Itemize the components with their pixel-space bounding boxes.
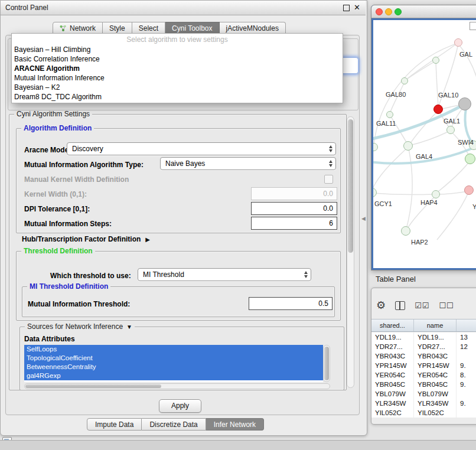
network-node[interactable] [464,185,474,195]
collapse-open-icon[interactable]: ▼ [126,324,132,330]
splitter-collapse-arrow[interactable]: ◀ [361,216,366,221]
table-cell: YBR043C [371,351,414,361]
combo-arrows-icon [304,271,308,278]
zoom-button[interactable] [395,8,402,15]
network-tab-icon [60,25,67,32]
network-node-label: GAL80 [386,91,406,98]
network-node[interactable] [446,126,455,134]
data-attribute-item[interactable]: TopologicalCoefficient [24,354,323,363]
mi-threshold-label: Mutual Information Threshold: [28,300,130,308]
table-row[interactable]: YIL052CYIL052C [371,408,476,418]
gear-icon[interactable]: ⚙ [376,300,386,311]
network-window-titlebar[interactable] [371,5,476,18]
attributes-hscrollbar-thumb[interactable] [25,384,161,388]
group-title: Threshold Definition [21,247,95,255]
column-header-shared-name[interactable]: shared... [371,319,414,331]
attributes-vscrollbar[interactable] [323,345,330,382]
column-header-extra[interactable] [457,319,476,331]
mi-steps-input[interactable]: 6 [251,217,337,230]
network-node[interactable] [432,57,439,64]
aracne-mode-select[interactable]: Discovery [67,142,336,155]
table-row[interactable]: YDL19...YDL19...13 [371,332,476,342]
table-cell: 13 [457,332,476,342]
manual-kernel-checkbox[interactable] [324,175,333,184]
network-node[interactable] [401,226,410,236]
table-cell: 12 [457,342,476,351]
network-node[interactable] [454,38,462,47]
column-header-name[interactable]: name [414,319,457,331]
mi-threshold-input[interactable]: 0.5 [249,297,332,310]
kernel-width-input[interactable]: 0.0 [251,187,337,200]
close-icon[interactable]: ✕ [354,3,360,12]
select-all-checkboxes-icon[interactable]: ☑☑ [415,302,429,309]
network-node[interactable] [386,111,393,118]
dpi-tolerance-input[interactable]: 0.0 [251,202,337,215]
bottom-tabs: Impute Data Discretize Data Infer Networ… [87,418,264,431]
apply-button[interactable]: Apply [159,399,201,413]
network-node-label: GAL10 [438,92,458,99]
algorithm-option[interactable]: Dream8 DC_TDC Algorithm [12,92,343,102]
table-row[interactable]: YER054CYER054C8. [371,370,476,380]
table-row[interactable]: YBR043CYBR043C [371,351,476,361]
table-row[interactable]: YBR045CYBR045C9. [371,380,476,389]
kernel-width-label: Kernel Width (0,1): [24,190,87,198]
settings-scrollbar[interactable] [347,116,354,388]
table-panel-title: Table Panel [376,275,416,283]
algorithm-option[interactable]: Basic Correlation Inference [12,54,343,64]
data-attribute-item[interactable]: BetweennessCentrality [24,363,323,371]
algorithm-option[interactable]: ARACNE Algorithm [12,64,343,73]
table-cell: YDL19... [414,332,457,342]
table-body: YDL19...YDL19...13YDR27...YDR27...12YBR0… [371,332,476,418]
table-cell: YDL19... [371,332,414,342]
table-row[interactable]: YPR145WYPR145W9. [371,361,476,370]
network-node[interactable] [432,190,440,198]
network-canvas[interactable]: GALGAL80GAL10GAL11GAL1SWI4GAL4GCY1HAP4HA… [373,20,476,268]
selected-value: MI Threshold [143,270,184,279]
table-row[interactable]: YBL079WYBL079W [371,389,476,399]
data-attribute-item[interactable]: gal4RGexp [24,371,323,380]
network-node[interactable] [433,105,443,114]
data-attribute-item[interactable]: SelfLoops [24,345,323,354]
table-row[interactable]: YDR27...YDR27...12 [371,342,476,351]
data-attributes-list[interactable]: SelfLoopsTopologicalCoefficientBetweenne… [24,345,323,382]
aracne-mode-label: Aracne Mode: [24,146,71,154]
table-cell: YLR345W [414,399,457,408]
attributes-vscrollbar-thumb[interactable] [324,347,329,380]
table-cell: YBR045C [371,380,414,389]
control-panel-titlebar[interactable]: Control Panel ✕ [1,1,366,15]
network-node[interactable] [403,141,413,151]
collapse-closed-icon[interactable]: ▶ [145,236,150,243]
table-cell: YBL079W [414,389,457,399]
sources-legend[interactable]: Sources for Network Inference ▼ [25,322,135,331]
which-threshold-select[interactable]: MI Threshold [138,268,311,281]
hub-definition-section[interactable]: Hub/Transcription Factor Definition ▶ [22,235,150,243]
attributes-hscrollbar[interactable] [24,383,330,389]
algorithm-option[interactable]: Mutual Information Inference [12,73,343,83]
birds-eye-toggle[interactable] [470,22,476,30]
mi-type-label: Mutual Information Algorithm Type: [24,161,144,169]
float-window-icon[interactable] [343,5,350,11]
group-title: Cyni Algorithm Settings [14,110,92,118]
tab-impute-data[interactable]: Impute Data [87,418,142,431]
table-row[interactable]: YLR345WYLR345W9. [371,399,476,408]
network-node-label: HAP4 [420,199,438,206]
deselect-all-checkboxes-icon[interactable]: ☐☐ [439,302,454,309]
mi-type-select[interactable]: Naive Bayes [160,157,336,170]
algorithm-option[interactable]: Bayesian – K2 [12,83,343,92]
tab-label: Cyni Toolbox [172,24,212,32]
network-node[interactable] [401,77,408,84]
algorithm-option[interactable]: Bayesian – Hill Climbing [12,45,343,54]
network-node[interactable] [458,97,471,110]
settings-scrollbar-thumb[interactable] [348,119,353,253]
network-node-label: GAL4 [416,153,432,160]
tab-discretize-data[interactable]: Discretize Data [142,418,206,431]
network-node[interactable] [465,154,475,164]
minimize-button[interactable] [385,8,392,15]
close-button[interactable] [376,8,383,15]
columns-icon[interactable] [395,301,405,310]
dropdown-placeholder: Select algorithm to view settings [12,35,343,45]
tab-infer-network[interactable]: Infer Network [206,418,264,431]
table-cell: 8. [457,370,476,380]
network-node-label: GAL [459,51,472,58]
data-attributes-label: Data Attributes [24,335,75,343]
